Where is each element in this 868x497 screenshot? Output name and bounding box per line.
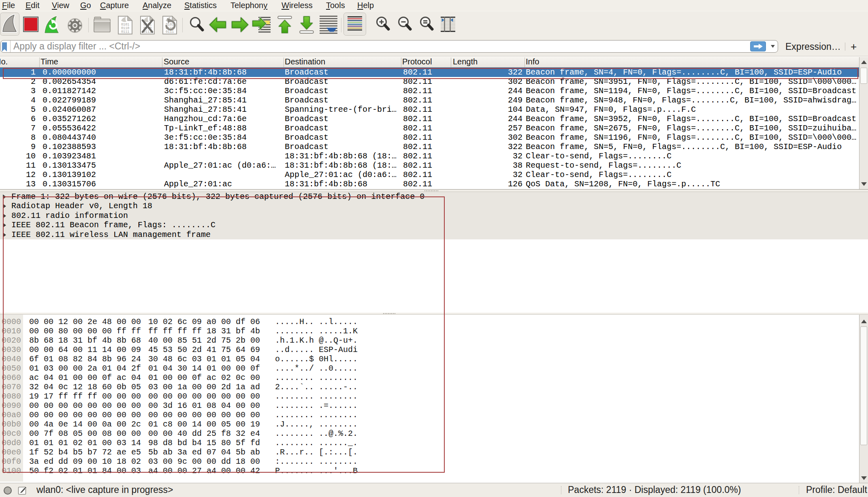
svg-text:0111: 0111 — [121, 30, 129, 34]
svg-text:0111: 0111 — [166, 30, 174, 34]
